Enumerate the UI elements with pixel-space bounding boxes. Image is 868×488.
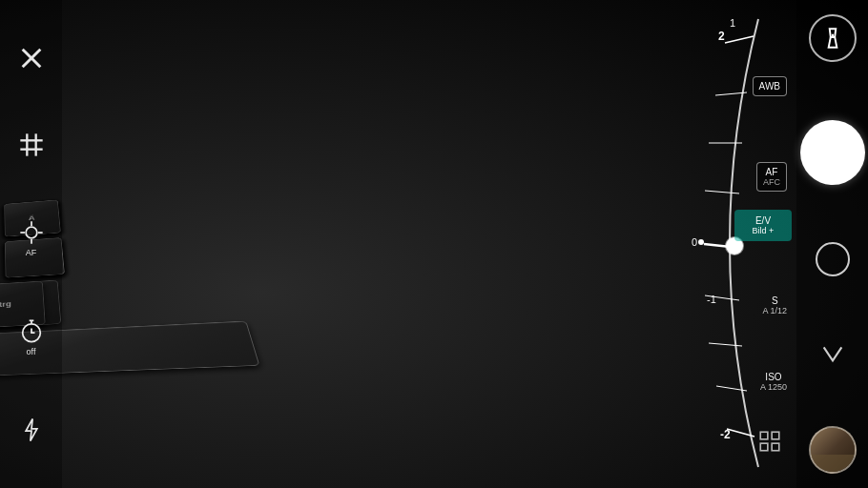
ev-button[interactable]: E/V Bild + (734, 210, 792, 241)
svg-rect-32 (760, 443, 768, 451)
layers-button[interactable] (757, 429, 782, 459)
svg-rect-33 (772, 443, 779, 451)
flash-button[interactable] (18, 417, 45, 443)
shutter-button[interactable] (800, 120, 865, 185)
torch-button[interactable] (809, 14, 857, 62)
svg-point-6 (26, 227, 37, 238)
camera-view: K L Ö Ä ▐ ∷ ═ Alt Gr Druck Strg (0, 0, 868, 488)
awb-button[interactable]: AWB (753, 76, 787, 96)
timer-button[interactable]: off (18, 318, 45, 356)
af-label: AF (26, 248, 37, 257)
thumbnail-image (811, 428, 855, 472)
timer-off-label: off (27, 347, 36, 356)
right-top-controls (809, 14, 857, 62)
left-sidebar: AF off (0, 0, 62, 488)
grid-button[interactable] (18, 132, 45, 158)
right-sidebar (796, 0, 868, 488)
af-button[interactable]: AF (18, 219, 45, 257)
svg-rect-31 (772, 432, 779, 439)
svg-rect-30 (760, 432, 768, 439)
close-button[interactable] (18, 45, 45, 71)
back-button[interactable] (816, 335, 850, 369)
thumbnail-shelf (811, 455, 855, 472)
af-mode-button[interactable]: AF AFC (756, 162, 787, 192)
gallery-thumbnail[interactable] (809, 426, 857, 474)
mode-button[interactable] (816, 242, 850, 276)
